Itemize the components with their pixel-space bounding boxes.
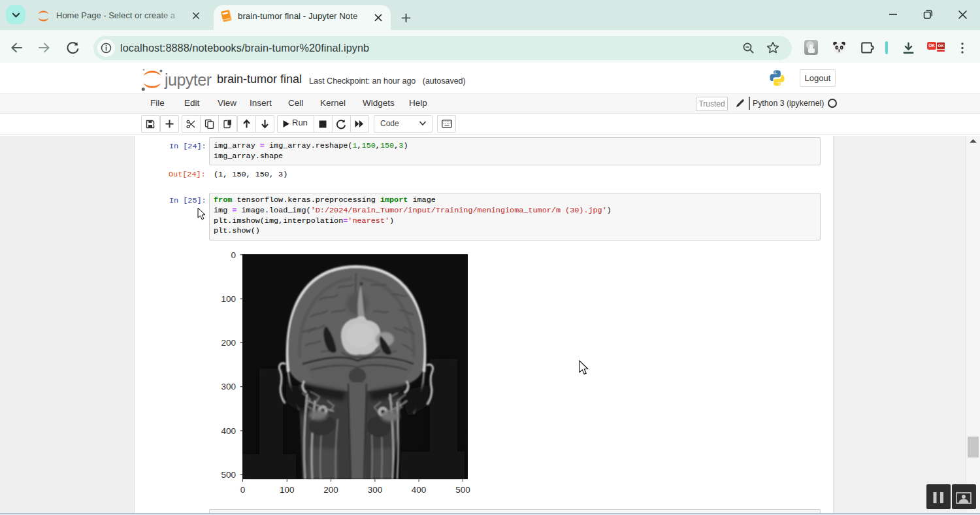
svg-text:0: 0 (231, 250, 236, 260)
svg-text:100: 100 (221, 294, 236, 304)
svg-text:500: 500 (221, 470, 236, 480)
svg-text:400: 400 (412, 485, 427, 495)
svg-text:300: 300 (368, 485, 383, 495)
svg-text:0: 0 (240, 485, 246, 495)
svg-text:200: 200 (323, 485, 338, 495)
svg-text:200: 200 (221, 338, 236, 348)
svg-text:100: 100 (280, 485, 295, 495)
svg-text:300: 300 (221, 382, 236, 391)
svg-text:500: 500 (455, 485, 470, 495)
svg-text:400: 400 (221, 426, 236, 436)
